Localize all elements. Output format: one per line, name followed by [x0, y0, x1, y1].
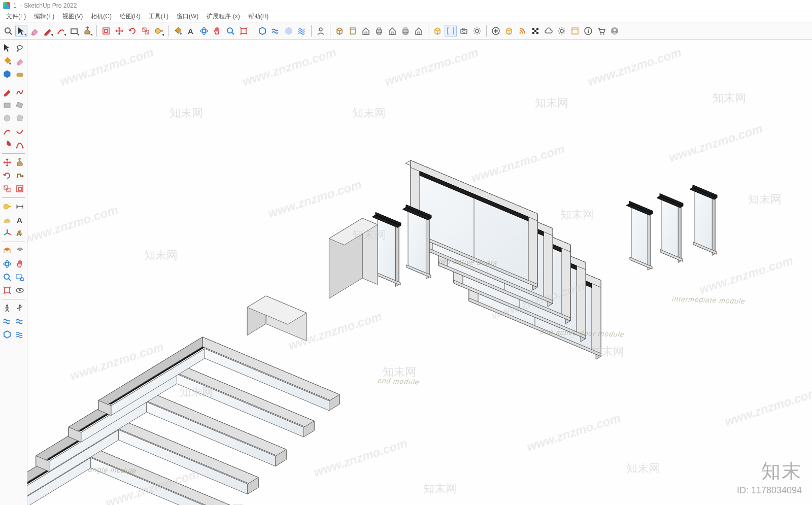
book-icon[interactable]: [347, 25, 359, 37]
menu-item-7[interactable]: 扩展程序 (x): [202, 11, 244, 22]
v-select-icon[interactable]: [1, 42, 13, 54]
menu-item-0[interactable]: 文件(F): [2, 11, 30, 22]
move-icon[interactable]: [113, 25, 125, 37]
v-orbit-icon[interactable]: [1, 258, 13, 270]
menu-item-5[interactable]: 工具(T): [145, 11, 173, 22]
v-lasso-icon[interactable]: [14, 42, 26, 54]
v-pan-icon[interactable]: [14, 258, 26, 270]
cart-icon[interactable]: [595, 25, 607, 37]
v-section-icon[interactable]: [1, 245, 13, 257]
home3-icon[interactable]: [413, 25, 425, 37]
v-rotrect-icon[interactable]: [14, 99, 26, 111]
v-sandbox4-icon[interactable]: [14, 328, 26, 341]
v-tape-icon[interactable]: [1, 200, 13, 213]
v-look-icon[interactable]: [14, 302, 26, 314]
v-arc2-icon[interactable]: [1, 125, 13, 138]
v-circle-icon[interactable]: [1, 112, 13, 124]
rotate-icon[interactable]: [126, 25, 139, 37]
home-icon[interactable]: [360, 25, 372, 37]
window-icon[interactable]: [569, 25, 581, 37]
checker-icon[interactable]: [529, 25, 542, 37]
info-icon[interactable]: [582, 25, 594, 37]
user-icon[interactable]: [315, 25, 327, 37]
svg-rect-30: [462, 28, 464, 29]
v-zoom-icon[interactable]: [1, 271, 13, 283]
v-dim-icon[interactable]: [14, 200, 26, 213]
v-zoomwin-icon[interactable]: [14, 271, 26, 283]
app-logo-icon: [3, 2, 10, 9]
home2-icon[interactable]: [386, 25, 398, 37]
v-sandbox1-icon[interactable]: [1, 315, 13, 327]
v-sandbox2-icon[interactable]: [14, 315, 26, 327]
offset-icon[interactable]: [100, 25, 112, 37]
ext2-icon[interactable]: [269, 25, 282, 37]
v-rotate-icon[interactable]: [1, 170, 13, 182]
text-icon[interactable]: A: [185, 25, 197, 37]
scale-icon[interactable]: [140, 25, 152, 37]
viewport-3d[interactable]: angle moduleend moduletwo active doorson…: [27, 40, 812, 505]
cube2-icon[interactable]: [503, 25, 515, 37]
gear-icon[interactable]: [556, 25, 568, 37]
svg-point-17: [319, 28, 322, 31]
line-icon[interactable]: [42, 25, 54, 37]
camera-icon[interactable]: [458, 25, 470, 37]
bracket-select-icon[interactable]: [445, 25, 457, 37]
v-sponge-icon[interactable]: [14, 68, 26, 80]
ext1-icon[interactable]: [256, 25, 268, 37]
v-text-icon[interactable]: A: [14, 214, 26, 226]
cube-select-icon[interactable]: [431, 25, 444, 37]
search-icon[interactable]: [2, 25, 14, 37]
zoom-icon[interactable]: [224, 25, 236, 37]
v-3dtext-icon[interactable]: AA: [14, 227, 26, 239]
v-sandbox3-icon[interactable]: [1, 328, 13, 341]
profile-icon[interactable]: [608, 25, 621, 37]
v-sectfill-icon[interactable]: [14, 245, 26, 257]
gear-small-icon[interactable]: [471, 25, 483, 37]
v-bezier-icon[interactable]: [14, 139, 26, 151]
v-scale-icon[interactable]: [1, 183, 13, 195]
v-offset-icon[interactable]: [14, 183, 26, 195]
cloud-icon[interactable]: [543, 25, 555, 37]
add-icon[interactable]: [490, 25, 502, 37]
rss-icon[interactable]: [516, 25, 528, 37]
v-rect-icon[interactable]: [1, 99, 13, 111]
v-protractor-icon[interactable]: [1, 214, 13, 226]
ext4-icon[interactable]: [296, 25, 308, 37]
v-eraser-icon[interactable]: [14, 55, 26, 67]
orbit-icon[interactable]: [198, 25, 210, 37]
pan-icon[interactable]: [211, 25, 223, 37]
rectangle-icon[interactable]: [68, 25, 80, 37]
v-polygon-icon[interactable]: [14, 112, 26, 124]
v-followme-icon[interactable]: [14, 170, 26, 182]
v-hex-icon[interactable]: [1, 68, 13, 80]
arc-icon[interactable]: [55, 25, 67, 37]
eraser-icon[interactable]: [28, 25, 41, 37]
select-icon[interactable]: [15, 25, 27, 37]
menu-item-4[interactable]: 绘图(R): [116, 11, 145, 22]
pushpull-icon[interactable]: [81, 25, 93, 37]
tape-icon[interactable]: [153, 25, 165, 37]
menu-item-8[interactable]: 帮助(H): [244, 11, 273, 22]
v-pushpull-icon[interactable]: [14, 156, 26, 169]
v-walk-icon[interactable]: [1, 302, 13, 314]
v-arc3-icon[interactable]: [14, 125, 26, 138]
v-freehand-icon[interactable]: [14, 86, 26, 98]
menu-item-3[interactable]: 相机(C): [87, 11, 116, 22]
ext3-icon[interactable]: [283, 25, 295, 37]
v-paint-icon[interactable]: [1, 55, 13, 67]
zoom-extents-icon[interactable]: [238, 25, 250, 37]
menu-item-2[interactable]: 视图(V): [58, 11, 87, 22]
v-pie-icon[interactable]: [1, 139, 13, 151]
paint-icon[interactable]: [172, 25, 184, 37]
menu-item-6[interactable]: 窗口(W): [173, 11, 202, 22]
svg-rect-59: [18, 187, 21, 190]
v-zoomext-icon[interactable]: [1, 284, 13, 296]
print-icon[interactable]: [373, 25, 385, 37]
v-move-icon[interactable]: [1, 156, 13, 169]
menu-item-1[interactable]: 编辑(E): [30, 11, 58, 22]
print2-icon[interactable]: [399, 25, 412, 37]
v-axes-icon[interactable]: [1, 227, 13, 239]
v-eye-icon[interactable]: [14, 284, 26, 296]
box-icon[interactable]: [333, 25, 346, 37]
v-pencil-icon[interactable]: [1, 86, 13, 98]
